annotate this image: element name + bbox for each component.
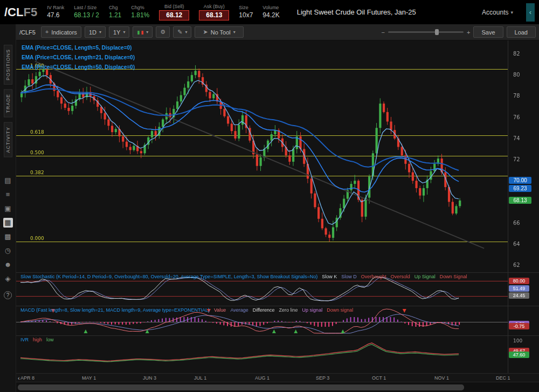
time-axis: ‹ APR 8MAY 1JUN 3JUL 1AUG 1SEP 3OCT 1NOV… — [16, 373, 539, 382]
watchlist-icon[interactable]: ≡ — [3, 190, 13, 200]
ask-button[interactable]: 68.13 — [199, 10, 229, 20]
left-sidebar: POSITIONS TRADE ACTIVITY ▤≡▣▦▩◷☻◈ ? — [0, 24, 16, 392]
drawing-set-dropdown[interactable]: ✎ ▾ — [173, 26, 191, 38]
monitor-icon[interactable]: ▤ — [3, 176, 13, 185]
candle-chart-icon: ▮ — [137, 30, 140, 35]
accounts-menu[interactable]: Accounts ▾ — [482, 9, 513, 16]
ema-study-label[interactable]: EMA (Price=CLOSE, Length=21, Displace=0) — [22, 53, 135, 63]
macd-study-label[interactable]: MACD (Fast length=8, Slow length=21, MAC… — [20, 307, 535, 313]
study-label-part: Down Signal — [440, 274, 467, 279]
time-axis-label: APR 8 — [20, 375, 34, 381]
time-axis-label: OCT 1 — [372, 375, 386, 381]
indicators-button[interactable]: ⌖ Indicators — [41, 26, 81, 38]
collapse-panel-button[interactable]: ‹ — [526, 3, 535, 22]
bid-stat: Bid (Sell) 68.12 — [159, 4, 189, 20]
iv-rank-value: 47.6 — [47, 11, 59, 19]
accounts-label: Accounts — [482, 9, 508, 16]
caret-down-icon: ▾ — [146, 30, 148, 35]
chart-panels: EMA (Price=CLOSE, Length=5, Displace=0) … — [16, 40, 539, 392]
scrollbar-thumb[interactable] — [18, 384, 464, 390]
volume-label: Volume — [262, 5, 279, 11]
study-label-part: low — [46, 337, 54, 342]
stochastic-study-label[interactable]: Slow Stochastic (K Period=14, D Period=9… — [20, 274, 535, 279]
bid-button[interactable]: 68.12 — [159, 10, 189, 20]
charts-icon[interactable]: ▦ — [3, 218, 13, 228]
timeline-scroll-left[interactable]: ‹ — [18, 375, 20, 381]
axis-value-bubble: 70.00 — [509, 177, 531, 184]
indicators-button-label: Indicators — [51, 29, 77, 36]
axis-value-bubble: 51.49 — [509, 285, 529, 292]
ivr-panel: IVRhighlow 49.6747.60 — [16, 335, 539, 373]
ivr-study-label[interactable]: IVRhighlow — [20, 337, 535, 342]
axis-value-bubble: 80.00 — [509, 278, 529, 284]
study-label-part: Overbought — [361, 274, 386, 279]
sidebar-tab-trade[interactable]: TRADE — [4, 90, 12, 118]
stochastic-panel: Slow Stochastic (K Period=14, D Period=9… — [16, 272, 539, 306]
help-icon[interactable]: ? — [4, 291, 12, 299]
chart-settings-button[interactable]: ⚙ — [156, 26, 170, 38]
study-label-part: IVR — [20, 337, 29, 342]
axis-value-bubble: 24.45 — [509, 292, 529, 299]
zoom-in-button[interactable]: + — [467, 29, 470, 36]
axis-value-bubble: -0.75 — [509, 323, 529, 329]
compass-icon: ⌖ — [45, 29, 49, 35]
zoom-slider-thumb[interactable] — [435, 29, 439, 35]
axis-value-bubble: 69.23 — [509, 185, 531, 192]
aggregation-value: 1D — [89, 29, 96, 36]
bid-label: Bid (Sell) — [164, 4, 184, 10]
chart-workspace: /CLF5 ⌖ Indicators 1D ▾ 1Y ▾ ▮ ▮ ▾ — [16, 24, 539, 392]
sidebar-tab-activity[interactable]: ACTIVITY — [4, 122, 12, 157]
size-label: Size — [239, 5, 248, 11]
contacts-icon[interactable]: ☻ — [3, 260, 13, 270]
caret-down-icon: ▾ — [185, 30, 187, 35]
toolbar-symbol-field[interactable]: /CLF5 — [19, 29, 36, 36]
iv-rank-label: IV Rank — [47, 5, 64, 11]
zoom-slider[interactable] — [388, 31, 464, 33]
tag-icon[interactable]: ◈ — [3, 274, 13, 284]
size-stat: Size 10x7 — [239, 5, 253, 19]
iv-rank-stat: IV Rank 47.6 — [47, 5, 64, 19]
aggregation-dropdown[interactable]: 1D ▾ — [85, 26, 106, 38]
study-label-part: Up signal — [302, 307, 323, 313]
chg-pct-label: Chg% — [131, 5, 144, 11]
zoom-control: − + — [382, 29, 471, 36]
box-icon[interactable]: ▣ — [3, 204, 13, 214]
ema-study-label[interactable]: EMA (Price=CLOSE, Length=5, Displace=0) — [22, 43, 135, 53]
time-axis-label: JUL 1 — [194, 375, 206, 381]
clock-icon[interactable]: ◷ — [3, 246, 13, 256]
time-axis-label: AUG 1 — [255, 375, 270, 381]
volume-stat: Volume 94.2K — [262, 5, 279, 19]
range-dropdown[interactable]: 1Y ▾ — [109, 26, 129, 38]
time-axis-label: MAY 1 — [82, 375, 96, 381]
pencil-icon: ✎ — [177, 29, 182, 35]
study-label-part: Zero line — [279, 307, 298, 313]
time-axis-label: DEC 1 — [496, 375, 510, 381]
ask-stat: Ask (Buy) 68.13 — [199, 4, 229, 20]
study-label-part: Value — [214, 307, 226, 313]
chg-pct-value: 1.81% — [131, 11, 149, 19]
chart-toolbar: /CLF5 ⌖ Indicators 1D ▾ 1Y ▾ ▮ ▮ ▾ — [16, 24, 539, 40]
quote-header: /CL F5 IV Rank 47.6 Last / Size 68.13 / … — [0, 0, 539, 24]
symbol-display[interactable]: /CL F5 — [4, 5, 37, 19]
price-chart-canvas[interactable] — [16, 40, 539, 272]
study-label-part: Difference — [253, 307, 275, 313]
cursor-icon: ➤ — [203, 29, 208, 35]
axis-value-bubble: 47.60 — [509, 352, 529, 358]
save-button[interactable]: Save — [473, 26, 503, 38]
ema-study-label[interactable]: EMA (Price=CLOSE, Length=50, Displace=0) — [22, 63, 135, 72]
time-axis-label: SEP 3 — [316, 375, 329, 381]
last-size-stat: Last / Size 68.13 / 2 — [74, 5, 99, 19]
active-tool-dropdown[interactable]: ➤ No Tool ▾ — [195, 26, 243, 38]
chart-style-dropdown[interactable]: ▮ ▮ ▾ — [133, 26, 153, 38]
zoom-out-button[interactable]: − — [382, 29, 385, 36]
study-label-part: MACD (Fast length=8, Slow length=21, MAC… — [20, 307, 210, 313]
candle-chart-icon: ▮ — [141, 30, 143, 35]
sidebar-tab-positions[interactable]: POSITIONS — [4, 45, 12, 85]
active-tool-value: No Tool — [211, 29, 231, 36]
chg-stat: Chg 1.21 — [109, 5, 121, 19]
chart-scrollbar[interactable] — [16, 382, 539, 392]
axis-value-bubble: 68.13 — [509, 197, 531, 204]
load-button[interactable]: Load — [507, 26, 536, 38]
grid-icon[interactable]: ▩ — [3, 232, 13, 242]
study-label-part: Average — [230, 307, 248, 313]
